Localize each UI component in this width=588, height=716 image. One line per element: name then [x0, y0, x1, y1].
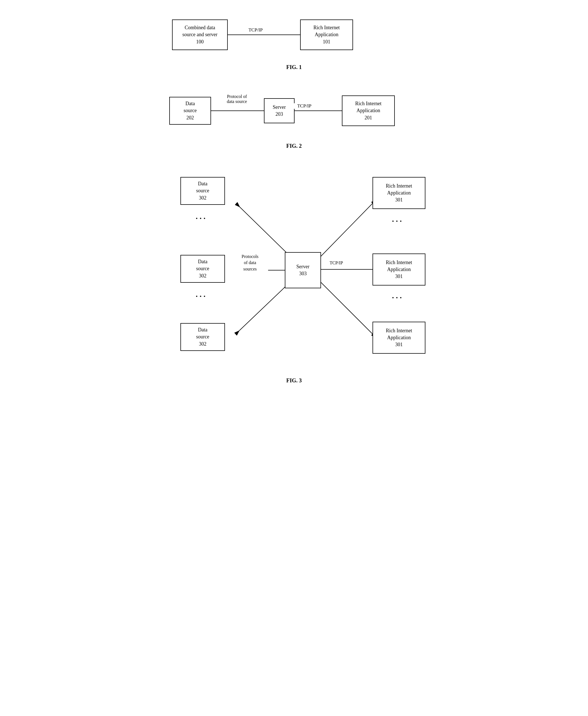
svg-line-14 [315, 203, 373, 262]
data-source-mid-label: Datasource302 [196, 258, 209, 279]
server-303-box: Server303 [285, 252, 321, 288]
data-source-top-box: Datasource302 [181, 177, 225, 205]
ria-201-label: Rich InternetApplication201 [355, 100, 381, 121]
ria-101-box: Rich InternetApplication101 [300, 20, 353, 50]
data-source-202-label: Datasource202 [184, 100, 197, 121]
ria-201-box: Rich InternetApplication201 [342, 95, 395, 126]
data-source-bot-box: Datasource302 [181, 323, 225, 351]
dots-left-top: · · · [196, 215, 206, 222]
data-source-mid-box: Datasource302 [181, 255, 225, 283]
ria-bot-label: Rich InternetApplication301 [386, 327, 412, 348]
dots-right-bot: · · · [392, 294, 402, 302]
ria-mid-box: Rich InternetApplication301 [373, 254, 425, 285]
figure-2: Datasource202 Protocol ofdata source Ser… [164, 84, 424, 149]
ria-top-box: Rich InternetApplication301 [373, 177, 425, 209]
server-203-label: Server203 [273, 104, 286, 118]
fig1-label: FIG. 1 [164, 64, 424, 70]
ria-101-label: Rich InternetApplication101 [314, 24, 340, 45]
tcpip-label-3: TCP/IP [324, 260, 349, 265]
data-source-top-label: Datasource302 [196, 180, 209, 201]
combined-data-source-label: Combined datasource and server100 [182, 24, 217, 45]
server-203-box: Server203 [264, 98, 295, 123]
dots-right-top: · · · [392, 217, 402, 225]
svg-line-16 [315, 277, 373, 334]
fig2-label: FIG. 2 [164, 143, 424, 149]
protocol-label-2: Protocol ofdata source [213, 94, 260, 104]
combined-data-source-box: Combined datasource and server100 [172, 20, 228, 50]
ria-top-label: Rich InternetApplication301 [386, 182, 412, 204]
server-303-label: Server303 [296, 263, 310, 277]
protocols-label: Protocolsof datasources [232, 254, 268, 272]
data-source-bot-label: Datasource302 [196, 326, 209, 348]
tcpip-label-2: TCP/IP [293, 103, 315, 109]
figure-3: Datasource302 · · · Datasource302 · · · … [164, 163, 424, 384]
ria-bot-box: Rich InternetApplication301 [373, 322, 425, 354]
figure-1: Combined datasource and server100 TCP/IP… [164, 11, 424, 70]
tcpip-label-1: TCP/IP [241, 27, 270, 33]
ria-mid-label: Rich InternetApplication301 [386, 259, 412, 280]
dots-left-bot: · · · [196, 292, 206, 300]
data-source-202-box: Datasource202 [169, 97, 211, 125]
fig3-label: FIG. 3 [164, 377, 424, 384]
